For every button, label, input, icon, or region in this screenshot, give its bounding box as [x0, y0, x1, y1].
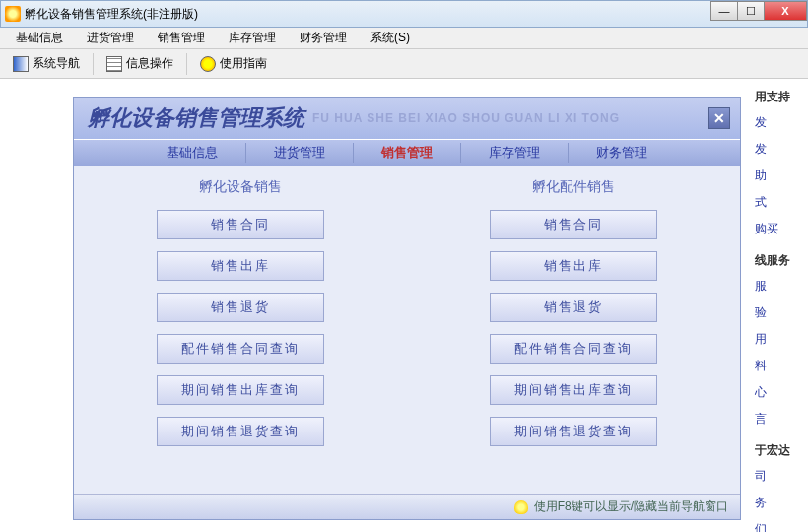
toolbar-help-button[interactable]: 使用指南 [191, 51, 276, 76]
panel-close-button[interactable]: ✕ [708, 107, 730, 129]
sidebar-item[interactable]: 心 [749, 379, 808, 406]
sidebar-item[interactable]: 式 [749, 189, 808, 216]
sidebar-header: 线服务 [749, 248, 808, 273]
nav-icon [13, 56, 29, 72]
grid-icon [106, 56, 122, 72]
button-list: 销售合同销售出库销售退货配件销售合同查询期间销售出库查询期间销售退货查询 [94, 210, 387, 446]
sidebar-item[interactable]: 言 [749, 406, 808, 432]
action-button[interactable]: 销售出库 [490, 251, 657, 281]
action-button[interactable]: 期间销售退货查询 [490, 417, 657, 446]
action-button[interactable]: 销售合同 [490, 210, 657, 239]
nav-tab-1[interactable]: 进货管理 [246, 143, 354, 163]
window-controls: — ☐ X [711, 1, 807, 21]
toolbar-nav-label: 系统导航 [33, 55, 80, 72]
sidebar-header: 于宏达 [749, 438, 808, 463]
minimize-button[interactable]: — [710, 1, 738, 21]
menu-purchase[interactable]: 进货管理 [75, 28, 146, 48]
sidebar-item[interactable]: 购买 [749, 216, 808, 242]
sidebar-item[interactable]: 验 [749, 299, 808, 326]
action-button[interactable]: 期间销售退货查询 [157, 417, 324, 446]
menu-sales[interactable]: 销售管理 [146, 28, 217, 48]
sidebar-item[interactable]: 务 [749, 490, 808, 516]
lightbulb-icon [514, 500, 528, 514]
toolbar-help-label: 使用指南 [220, 55, 267, 72]
toolbar-separator [93, 53, 94, 75]
panel-title: 孵化设备销售管理系统 [88, 103, 304, 133]
sidebar-header: 用支持 [749, 85, 808, 109]
menu-bar: 基础信息 进货管理 销售管理 库存管理 财务管理 系统(S) [0, 28, 808, 49]
nav-tab-4[interactable]: 财务管理 [569, 143, 675, 163]
action-button[interactable]: 期间销售出库查询 [490, 375, 657, 405]
toolbar-info-label: 信息操作 [126, 55, 173, 72]
menu-system[interactable]: 系统(S) [359, 28, 422, 48]
menu-inventory[interactable]: 库存管理 [217, 28, 288, 48]
toolbar: 系统导航 信息操作 使用指南 [0, 49, 808, 79]
action-button[interactable]: 销售退货 [157, 293, 324, 322]
toolbar-info-button[interactable]: 信息操作 [98, 51, 182, 76]
action-button[interactable]: 配件销售合同查询 [157, 334, 324, 364]
sidebar-item[interactable]: 们 [749, 516, 808, 532]
action-button[interactable]: 销售退货 [490, 293, 657, 322]
sidebar-item[interactable]: 用 [749, 326, 808, 353]
nav-tab-2[interactable]: 销售管理 [354, 143, 461, 163]
sidebar-item[interactable]: 助 [749, 163, 808, 189]
toolbar-separator [186, 53, 187, 75]
footer-hint: 使用F8键可以显示/隐藏当前导航窗口 [534, 499, 728, 515]
sidebar-item[interactable]: 服 [749, 273, 808, 299]
sidebar-item[interactable]: 发 [749, 136, 808, 163]
nav-tab-0[interactable]: 基础信息 [139, 143, 246, 163]
app-icon [5, 6, 21, 22]
menu-finance[interactable]: 财务管理 [288, 28, 359, 48]
sidebar-item[interactable]: 料 [749, 353, 808, 379]
action-button[interactable]: 销售合同 [157, 210, 324, 239]
main-panel: 孵化设备销售管理系统 FU HUA SHE BEI XIAO SHOU GUAN… [73, 97, 741, 520]
close-button[interactable]: X [764, 1, 807, 21]
menu-basic-info[interactable]: 基础信息 [4, 28, 75, 48]
maximize-button[interactable]: ☐ [737, 1, 765, 21]
help-icon [200, 56, 216, 72]
right-sidebar: 用支持发发助式购买线服务服验用料心言于宏达司务们价值！ [749, 79, 808, 532]
column-title: 孵化配件销售 [427, 178, 720, 200]
sidebar-item[interactable]: 发 [749, 109, 808, 136]
panel-footer: 使用F8键可以显示/隐藏当前导航窗口 [74, 494, 740, 519]
content-column-1: 孵化配件销售销售合同销售出库销售退货配件销售合同查询期间销售出库查询期间销售退货… [427, 178, 720, 446]
content-column-0: 孵化设备销售销售合同销售出库销售退货配件销售合同查询期间销售出库查询期间销售退货… [94, 178, 387, 446]
sidebar-item[interactable]: 司 [749, 463, 808, 490]
action-button[interactable]: 销售出库 [157, 251, 324, 281]
panel-content: 孵化设备销售销售合同销售出库销售退货配件销售合同查询期间销售出库查询期间销售退货… [74, 166, 740, 446]
toolbar-nav-button[interactable]: 系统导航 [4, 51, 89, 76]
panel-subtitle: FU HUA SHE BEI XIAO SHOU GUAN LI XI TONG [312, 111, 620, 125]
column-title: 孵化设备销售 [94, 178, 387, 200]
nav-tabs: 基础信息进货管理销售管理库存管理财务管理 [74, 139, 740, 166]
panel-header: 孵化设备销售管理系统 FU HUA SHE BEI XIAO SHOU GUAN… [74, 98, 740, 139]
action-button[interactable]: 配件销售合同查询 [490, 334, 657, 364]
button-list: 销售合同销售出库销售退货配件销售合同查询期间销售出库查询期间销售退货查询 [427, 210, 720, 446]
action-button[interactable]: 期间销售出库查询 [157, 375, 324, 405]
window-title: 孵化设备销售管理系统(非注册版) [25, 6, 198, 23]
close-icon: ✕ [713, 110, 725, 126]
workspace: 孵化设备销售管理系统 FU HUA SHE BEI XIAO SHOU GUAN… [0, 79, 808, 532]
nav-tab-3[interactable]: 库存管理 [461, 143, 569, 163]
title-bar: 孵化设备销售管理系统(非注册版) — ☐ X [0, 0, 808, 28]
